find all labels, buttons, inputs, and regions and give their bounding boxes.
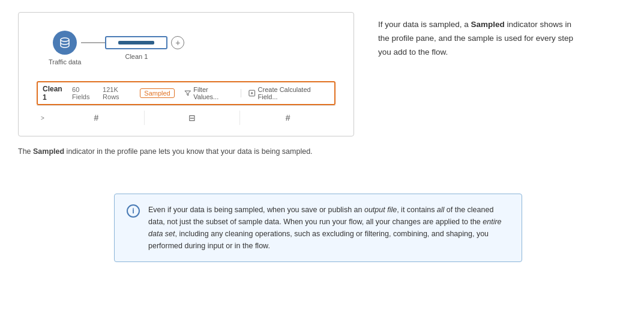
- info-text: Even if your data is being sampled, when…: [148, 204, 510, 252]
- right-text-1: If your data is sampled, a: [378, 20, 471, 29]
- collapse-button[interactable]: >: [37, 111, 49, 125]
- clean1-inner-bar: [118, 41, 154, 44]
- info-italic-1: output file: [364, 206, 397, 214]
- caption-bold: Sampled: [33, 147, 64, 156]
- traffic-data-icon: [53, 31, 77, 55]
- info-italic-2: all: [437, 206, 445, 214]
- add-step-button[interactable]: +: [171, 36, 184, 49]
- profile-col-1: #: [49, 111, 145, 125]
- full-bottom: i Even if your data is being sampled, wh…: [18, 194, 626, 262]
- right-panel-text: If your data is sampled, a Sampled indic…: [378, 18, 582, 60]
- create-calc-label: Create Calculated Field...: [258, 86, 330, 100]
- profile-col-3: #: [240, 111, 336, 125]
- sampled-badge: Sampled: [140, 88, 174, 98]
- col-3-icon: #: [286, 113, 290, 123]
- traffic-data-node: Traffic data: [49, 31, 81, 66]
- clean1-box[interactable]: [105, 36, 167, 49]
- right-bold-1: Sampled: [471, 20, 505, 29]
- traffic-data-label: Traffic data: [49, 58, 81, 66]
- flow-diagram: Traffic data Clean 1 + Clean 1 60 Fields: [18, 12, 354, 136]
- create-calc-action[interactable]: Create Calculated Field...: [248, 86, 330, 100]
- left-panel: Traffic data Clean 1 + Clean 1 60 Fields: [18, 12, 354, 157]
- toolbar-fields: 60 Fields: [72, 86, 98, 100]
- toolbar-step-name: Clean 1: [43, 85, 67, 102]
- clean1-node[interactable]: Clean 1: [105, 36, 167, 60]
- toolbar-separator: [241, 89, 241, 97]
- caption: The Sampled indicator in the profile pan…: [18, 146, 330, 157]
- profile-columns: > # ⊟ #: [37, 105, 336, 130]
- info-icon: i: [127, 204, 140, 218]
- right-panel: If your data is sampled, a Sampled indic…: [378, 12, 626, 60]
- profile-toolbar: Clean 1 60 Fields 121K Rows Sampled Filt…: [37, 81, 336, 105]
- flow-nodes: Traffic data Clean 1 +: [37, 25, 336, 72]
- svg-point-0: [61, 38, 69, 41]
- info-symbol: i: [132, 206, 134, 215]
- caption-prefix: The: [18, 147, 33, 156]
- info-italic-3: entire data set: [148, 218, 502, 238]
- col-1-icon: #: [94, 113, 98, 123]
- info-box: i Even if your data is being sampled, wh…: [114, 194, 522, 262]
- connector-line: [81, 42, 105, 43]
- col-2-icon: ⊟: [188, 113, 196, 123]
- clean1-label: Clean 1: [125, 53, 148, 60]
- toolbar-rows: 121K Rows: [103, 86, 135, 100]
- filter-icon: [184, 90, 191, 97]
- filter-values-action[interactable]: Filter Values...: [184, 86, 233, 100]
- create-calc-icon: [248, 90, 256, 97]
- main-layout: Traffic data Clean 1 + Clean 1 60 Fields: [18, 12, 626, 157]
- caption-suffix: indicator in the profile pane lets you k…: [64, 147, 312, 156]
- filter-values-label: Filter Values...: [193, 86, 233, 100]
- profile-col-2: ⊟: [145, 111, 241, 125]
